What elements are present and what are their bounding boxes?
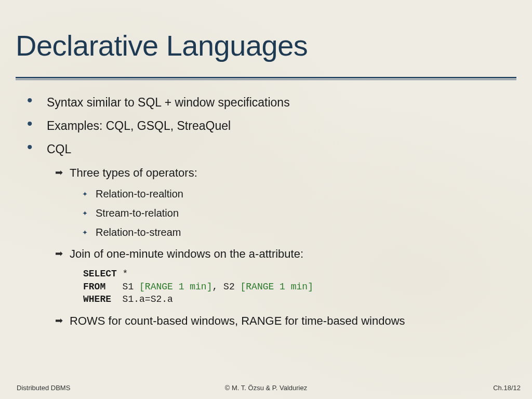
- slide: Declarative Languages • Syntax similar t…: [0, 0, 532, 399]
- arrow-item: ➡ Join of one-minute windows on the a-at…: [55, 247, 516, 262]
- arrow-item: ➡ ROWS for count-based windows, RANGE fo…: [55, 314, 516, 329]
- bullet-dot-icon: •: [26, 141, 47, 153]
- bullet-dot-icon: •: [26, 95, 47, 106]
- code-text: *: [117, 269, 128, 279]
- diamond-text: Relation-to-realtion: [96, 188, 183, 200]
- bullet-item: • CQL: [26, 141, 516, 157]
- code-range: [: [241, 282, 246, 292]
- footer-right: Ch.18/12: [493, 384, 521, 392]
- diamond-icon: ✦: [82, 207, 96, 217]
- code-text: S1.a=S2.a: [111, 294, 173, 304]
- arrow-text: ROWS for count-based windows, RANGE for …: [70, 314, 405, 329]
- diamond-item: ✦ Relation-to-realtion: [82, 188, 516, 200]
- bullet-text: Examples: CQL, GSQL, StreaQuel: [47, 118, 231, 134]
- bullet-text: Syntax similar to SQL + window specifica…: [47, 95, 290, 111]
- code-keyword: FROM: [83, 282, 105, 292]
- right-arrow-icon: ➡: [55, 166, 70, 178]
- code-text: S1: [105, 282, 139, 292]
- code-range: [: [139, 282, 145, 292]
- slide-title: Declarative Languages: [16, 29, 516, 62]
- diamond-icon: ✦: [82, 188, 96, 198]
- code-range: RANGE 1 min: [145, 282, 207, 292]
- code-range: RANGE 1 min: [246, 282, 308, 292]
- diamond-item: ✦ Stream-to-relation: [82, 207, 516, 219]
- bullet-item: • Examples: CQL, GSQL, StreaQuel: [26, 118, 516, 134]
- code-range: ]: [308, 282, 313, 292]
- right-arrow-icon: ➡: [55, 247, 70, 259]
- code-keyword: SELECT: [83, 269, 117, 279]
- diamond-icon: ✦: [82, 227, 96, 236]
- code-text: , S2: [212, 282, 240, 292]
- footer-center: © M. T. Özsu & P. Valduriez: [225, 384, 307, 392]
- arrow-text: Join of one-minute windows on the a-attr…: [70, 247, 303, 262]
- arrow-item: ➡ Three types of operators:: [55, 166, 516, 181]
- footer-left: Distributed DBMS: [17, 384, 70, 392]
- diamond-text: Relation-to-stream: [96, 227, 181, 238]
- bullet-dot-icon: •: [26, 118, 47, 129]
- diamond-text: Stream-to-relation: [96, 207, 179, 219]
- code-keyword: WHERE: [83, 294, 111, 304]
- code-block: SELECT * FROM S1 [RANGE 1 min], S2 [RANG…: [83, 268, 516, 305]
- footer: Distributed DBMS © M. T. Özsu & P. Valdu…: [0, 384, 532, 392]
- diamond-item: ✦ Relation-to-stream: [82, 227, 516, 238]
- bullet-text: CQL: [47, 141, 71, 157]
- code-range: ]: [207, 282, 212, 292]
- bullet-item: • Syntax similar to SQL + window specifi…: [26, 95, 516, 111]
- right-arrow-icon: ➡: [55, 314, 70, 326]
- title-divider: [16, 77, 516, 80]
- arrow-text: Three types of operators:: [70, 166, 197, 181]
- slide-content: • Syntax similar to SQL + window specifi…: [16, 95, 516, 329]
